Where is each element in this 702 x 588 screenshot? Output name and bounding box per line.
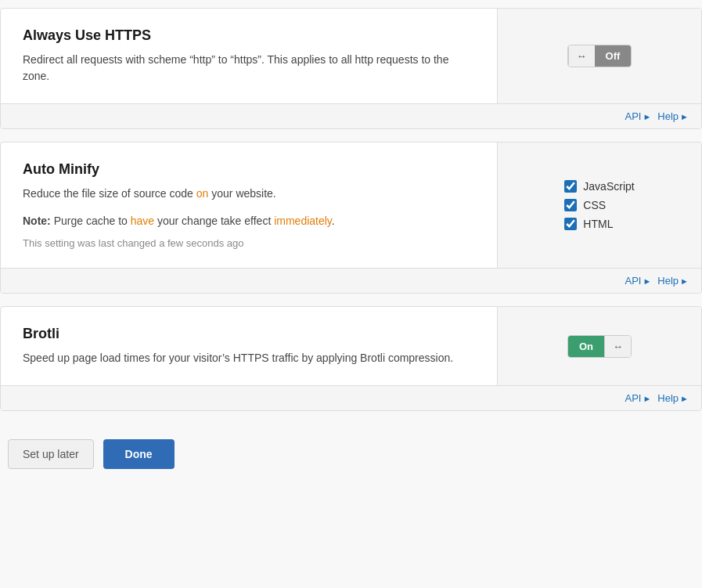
- minify-js-checkbox[interactable]: [564, 180, 577, 193]
- minify-timestamp: This setting was last changed a few seco…: [23, 237, 475, 249]
- minify-card-right: JavaScript CSS HTML: [498, 142, 701, 268]
- minify-card-footer: API ► Help ►: [1, 268, 701, 293]
- minify-js-label: JavaScript: [583, 180, 634, 193]
- https-toggle-group: ↔ Off: [567, 45, 632, 67]
- minify-note-prefix: Note:: [23, 215, 51, 227]
- minify-js-checkbox-item[interactable]: JavaScript: [564, 180, 634, 193]
- brotli-card-title: Brotli: [23, 326, 475, 342]
- brotli-card: Brotli Speed up page load times for your…: [0, 306, 702, 411]
- brotli-card-footer: API ► Help ►: [1, 385, 701, 410]
- minify-card: Auto Minify Reduce the file size of sour…: [0, 142, 702, 294]
- brotli-help-arrow-icon: ►: [680, 394, 689, 403]
- minify-css-checkbox[interactable]: [564, 199, 577, 211]
- https-card-title: Always Use HTTPS: [23, 27, 475, 44]
- brotli-card-right: On ↔: [498, 307, 701, 385]
- https-card-footer: API ► Help ►: [1, 103, 701, 128]
- brotli-api-link[interactable]: API ►: [625, 392, 652, 404]
- minify-help-arrow-icon: ►: [680, 276, 689, 286]
- minify-html-checkbox-item[interactable]: HTML: [564, 218, 634, 230]
- done-button[interactable]: Done: [103, 439, 175, 469]
- minify-card-left: Auto Minify Reduce the file size of sour…: [1, 142, 498, 268]
- brotli-toggle-group: On ↔: [567, 335, 632, 358]
- minify-api-link[interactable]: API ►: [625, 275, 652, 287]
- https-api-link[interactable]: API ►: [625, 110, 652, 122]
- brotli-card-description: Speed up page load times for your visito…: [23, 350, 475, 366]
- minify-note-text: Purge cache to have your change take eff…: [54, 215, 335, 227]
- minify-css-label: CSS: [583, 199, 606, 211]
- minify-html-label: HTML: [583, 218, 613, 230]
- set-up-later-button[interactable]: Set up later: [8, 439, 94, 469]
- minify-immediately-text: immediately: [274, 215, 332, 227]
- brotli-api-arrow-icon: ►: [643, 394, 651, 403]
- bottom-bar: Set up later Done: [0, 424, 702, 477]
- minify-have-text: have: [131, 215, 154, 227]
- https-help-link[interactable]: Help ►: [657, 110, 689, 122]
- https-api-arrow-icon: ►: [643, 112, 651, 121]
- minify-on-text: on: [196, 187, 209, 200]
- minify-card-note: Note: Purge cache to have your change ta…: [23, 213, 475, 229]
- minify-css-checkbox-item[interactable]: CSS: [564, 199, 634, 211]
- minify-card-description: Reduce the file size of source code on y…: [23, 186, 475, 202]
- https-card-description: Redirect all requests with scheme “http”…: [23, 52, 475, 85]
- https-card: Always Use HTTPS Redirect all requests w…: [0, 8, 702, 129]
- minify-html-checkbox[interactable]: [564, 218, 577, 230]
- minify-api-arrow-icon: ►: [643, 276, 651, 286]
- https-card-right: ↔ Off: [498, 9, 701, 103]
- brotli-card-left: Brotli Speed up page load times for your…: [1, 307, 498, 385]
- minify-checkbox-group: JavaScript CSS HTML: [564, 180, 634, 230]
- brotli-toggle-code-button[interactable]: ↔: [604, 336, 631, 357]
- brotli-toggle-on-button[interactable]: On: [568, 336, 604, 357]
- minify-card-title: Auto Minify: [23, 161, 475, 178]
- brotli-help-link[interactable]: Help ►: [657, 392, 689, 404]
- https-toggle-code-button[interactable]: ↔: [568, 45, 595, 67]
- https-help-arrow-icon: ►: [680, 112, 689, 121]
- https-toggle-off-button[interactable]: Off: [595, 45, 632, 67]
- minify-help-link[interactable]: Help ►: [657, 275, 689, 287]
- https-card-left: Always Use HTTPS Redirect all requests w…: [1, 9, 498, 103]
